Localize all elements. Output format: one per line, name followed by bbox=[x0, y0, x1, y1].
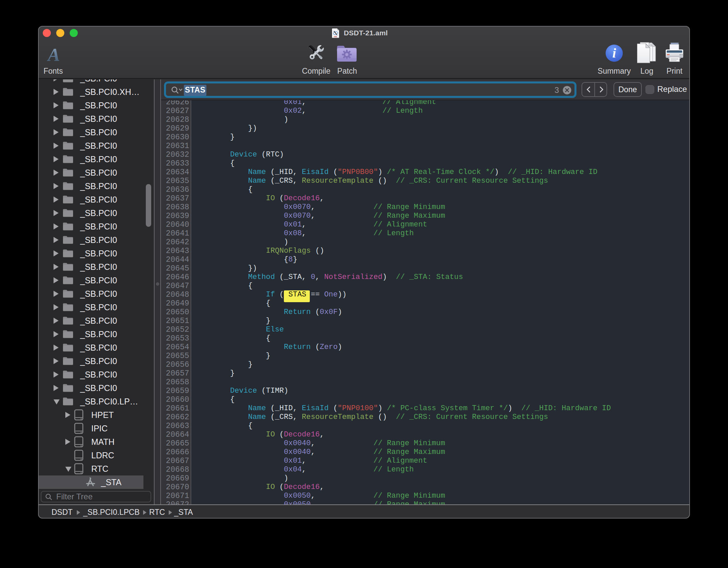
svg-text:A: A bbox=[47, 46, 60, 63]
svg-text:i: i bbox=[612, 45, 616, 61]
svg-text:AML: AML bbox=[334, 36, 337, 38]
